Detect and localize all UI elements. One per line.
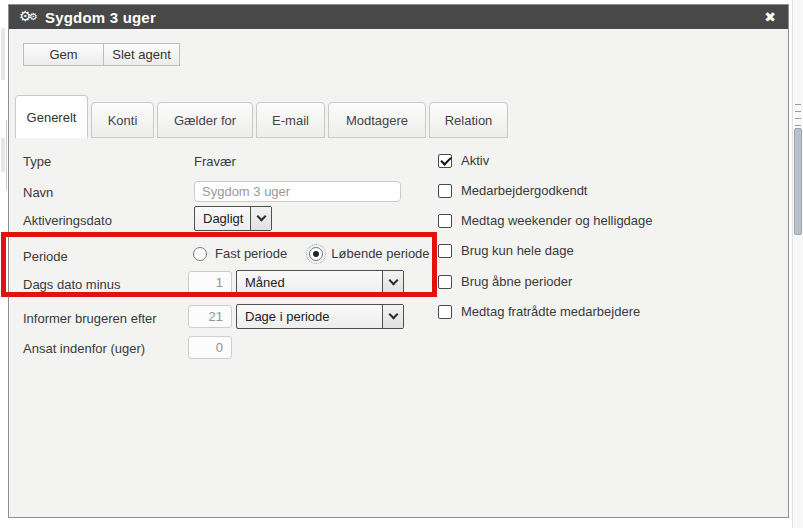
aktiveringsdato-label: Aktiveringsdato	[23, 213, 112, 228]
tab-generelt[interactable]: Generelt	[15, 95, 88, 138]
radio-fast-periode-label[interactable]: Fast periode	[215, 246, 287, 261]
medarbejdergodkendt-label: Medarbejdergodkendt	[461, 183, 587, 198]
close-icon[interactable]: ✖	[762, 5, 778, 29]
aktiv-checkbox[interactable]	[438, 154, 452, 168]
brug-kun-hele-dage-checkbox[interactable]	[438, 244, 452, 258]
brug-aabne-perioder-label: Brug åbne perioder	[461, 274, 572, 289]
gears-icon: ⚙ ⚙	[19, 8, 41, 26]
periode-label: Periode	[23, 249, 68, 264]
checkbox-row-medtag-fratraadte[interactable]: Medtag fratrådte medarbejdere	[438, 304, 640, 319]
informer-input[interactable]	[188, 305, 232, 328]
brug-aabne-perioder-checkbox[interactable]	[438, 275, 452, 289]
chevron-down-icon	[250, 207, 271, 230]
page-background: { "window": { "title": "Sygdom 3 uger", …	[0, 0, 803, 528]
dags-dato-minus-unit-select[interactable]: Måned	[236, 270, 404, 295]
periode-radio-group: Fast periode Løbende periode	[193, 246, 430, 261]
medtag-fratraadte-checkbox[interactable]	[438, 305, 452, 319]
brug-kun-hele-dage-label: Brug kun hele dage	[461, 243, 574, 258]
aktiv-label: Aktiv	[461, 153, 489, 168]
dags-dato-minus-unit-value: Måned	[245, 275, 285, 290]
page-scrollbar[interactable]	[792, 0, 803, 528]
tab-email[interactable]: E-mail	[256, 102, 325, 138]
scrollbar-ticks	[795, 104, 801, 126]
chevron-down-icon	[382, 271, 403, 294]
tab-modtagere[interactable]: Modtagere	[328, 102, 426, 138]
navn-input[interactable]	[194, 181, 401, 202]
dialog-titlebar: ⚙ ⚙ Sygdom 3 uger ✖	[9, 5, 788, 29]
checkbox-row-brug-aabne-perioder[interactable]: Brug åbne perioder	[438, 274, 572, 289]
checkbox-row-medtag-weekender[interactable]: Medtag weekender og helligdage	[438, 213, 653, 228]
radio-loebende-periode[interactable]	[309, 247, 323, 261]
tab-konti[interactable]: Konti	[91, 102, 154, 138]
chevron-down-icon	[382, 305, 403, 328]
ansat-indenfor-label: Ansat indenfor (uger)	[23, 341, 145, 356]
aktiveringsdato-selected-value: Dagligt	[203, 211, 243, 226]
toolbar: Gem Slet agent	[23, 43, 180, 66]
checkbox-row-brug-kun-hele-dage[interactable]: Brug kun hele dage	[438, 243, 574, 258]
informer-unit-select[interactable]: Dage i periode	[236, 304, 404, 329]
checkbox-row-medarbejdergodkendt[interactable]: Medarbejdergodkendt	[438, 183, 587, 198]
dags-dato-minus-input[interactable]	[188, 271, 232, 294]
tab-relation[interactable]: Relation	[429, 102, 508, 138]
navn-label: Navn	[23, 185, 53, 200]
checkbox-row-aktiv[interactable]: Aktiv	[438, 153, 489, 168]
medarbejdergodkendt-checkbox[interactable]	[438, 184, 452, 198]
ansat-indenfor-input[interactable]	[188, 336, 232, 359]
informer-unit-value: Dage i periode	[245, 309, 330, 324]
medtag-fratraadte-label: Medtag fratrådte medarbejdere	[461, 304, 640, 319]
radio-loebende-periode-label[interactable]: Løbende periode	[331, 246, 429, 261]
dialog-title: Sygdom 3 uger	[45, 9, 156, 26]
save-button[interactable]: Gem	[23, 43, 104, 66]
medtag-weekender-label: Medtag weekender og helligdage	[461, 213, 653, 228]
type-value: Fravær	[194, 154, 236, 169]
tab-gaelder-for[interactable]: Gælder for	[157, 102, 253, 138]
dags-dato-minus-label: Dags dato minus	[23, 277, 121, 292]
informer-label: Informer brugeren efter	[23, 311, 157, 326]
medtag-weekender-checkbox[interactable]	[438, 214, 452, 228]
agent-dialog: ⚙ ⚙ Sygdom 3 uger ✖ Gem Slet agent Gener…	[8, 4, 789, 518]
scrollbar-thumb[interactable]	[794, 128, 802, 235]
background-page-fragment	[1, 138, 5, 172]
radio-fast-periode[interactable]	[193, 247, 207, 261]
background-page-fragment	[1, 28, 5, 80]
type-label: Type	[23, 154, 51, 169]
delete-agent-button[interactable]: Slet agent	[103, 43, 180, 66]
background-page-fragment	[6, 120, 7, 190]
aktiveringsdato-select[interactable]: Dagligt	[194, 206, 272, 231]
tab-bar: Generelt Konti Gælder for E-mail Modtage…	[15, 94, 511, 138]
